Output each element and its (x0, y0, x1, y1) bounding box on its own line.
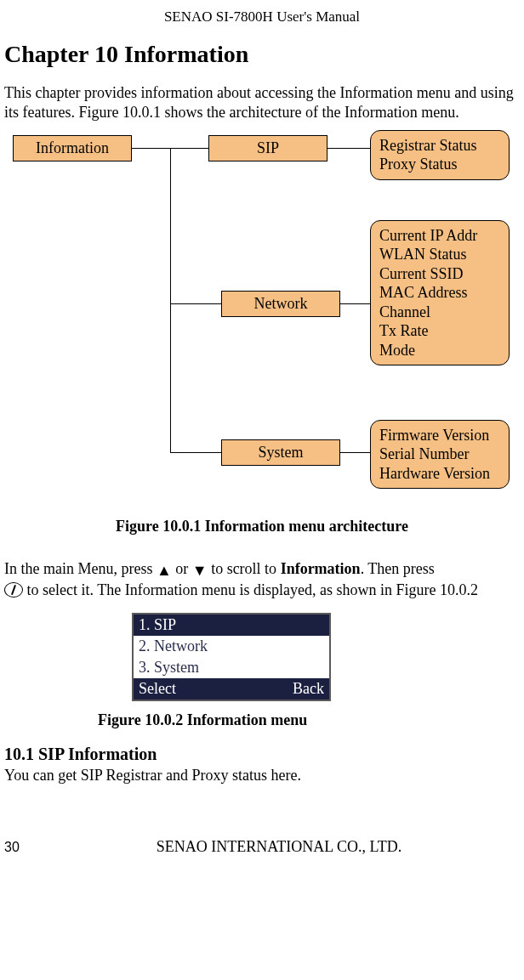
diagram-connector (170, 148, 208, 149)
triangle-up-icon: ▲ (157, 561, 172, 581)
phone-menu-figure: 1. SIP 2. Network 3. System Select Back (4, 613, 520, 701)
triangle-down-icon: ▼ (192, 561, 208, 581)
info-architecture-diagram: Information SIP Registrar Status Proxy S… (4, 135, 515, 492)
softkey-left: Select (139, 680, 176, 698)
figure-caption-2: Figure 10.0.2 Information menu (4, 711, 520, 729)
intro-paragraph: This chapter provides information about … (4, 83, 520, 123)
phone-screen: 1. SIP 2. Network 3. System Select Back (132, 613, 331, 701)
page-number: 30 (4, 840, 38, 855)
diagram-leaf-item: Current SSID (379, 264, 500, 284)
text-fragment: or (172, 560, 192, 577)
phone-menu-item-selected: 1. SIP (134, 615, 329, 636)
diagram-leaf-item: Channel (379, 303, 500, 322)
section-body-10-1: You can get SIP Registrar and Proxy stat… (4, 766, 520, 785)
phone-menu-item: 3. System (134, 657, 329, 678)
diagram-connector (170, 303, 221, 304)
text-bold: Information (281, 560, 361, 577)
chapter-title: Chapter 10 Information (4, 41, 520, 68)
diagram-connector (328, 148, 370, 149)
diagram-connector (170, 148, 171, 452)
text-fragment: . Then press (361, 560, 435, 577)
phone-menu-item: 2. Network (134, 636, 329, 657)
select-key-icon (4, 582, 23, 598)
text-fragment: In the main Menu, press (4, 560, 157, 577)
phone-softkeys: Select Back (134, 678, 329, 700)
diagram-connector (340, 452, 370, 453)
figure-caption-1: Figure 10.0.1 Information menu architect… (4, 518, 520, 535)
diagram-node-network: Network (221, 291, 340, 317)
diagram-leaf-item: Registrar Status (379, 136, 500, 156)
footer-org: SENAO INTERNATIONAL CO., LTD. (38, 838, 520, 856)
diagram-leaf-item: Tx Rate (379, 321, 500, 341)
diagram-leaf-network: Current IP Addr WLAN Status Current SSID… (370, 220, 510, 366)
text-fragment: to select it. The Information menu is di… (23, 581, 478, 598)
diagram-leaf-item: Firmware Version (379, 426, 500, 445)
diagram-leaf-item: Serial Number (379, 445, 500, 464)
diagram-node-sip: SIP (208, 135, 328, 161)
diagram-leaf-item: Mode (379, 341, 500, 360)
diagram-connector (132, 148, 170, 149)
page-footer: 30 SENAO INTERNATIONAL CO., LTD. (4, 838, 520, 856)
diagram-node-system: System (221, 439, 340, 466)
diagram-leaf-item: Proxy Status (379, 155, 500, 174)
page: SENAO SI-7800H User's Manual Chapter 10 … (0, 0, 524, 873)
diagram-node-information: Information (13, 135, 132, 161)
text-fragment: to scroll to (208, 560, 281, 577)
diagram-leaf-system: Firmware Version Serial Number Hardware … (370, 420, 510, 490)
running-head: SENAO SI-7800H User's Manual (4, 8, 520, 25)
diagram-leaf-item: MAC Address (379, 283, 500, 303)
softkey-right: Back (293, 680, 324, 698)
diagram-leaf-item: Hardware Version (379, 464, 500, 484)
section-title-10-1: 10.1 SIP Information (4, 745, 520, 764)
diagram-connector (340, 303, 370, 304)
diagram-connector (170, 452, 221, 453)
diagram-leaf-item: WLAN Status (379, 245, 500, 264)
navigation-paragraph: In the main Menu, press ▲ or ▼ to scroll… (4, 559, 520, 601)
diagram-leaf-sip: Registrar Status Proxy Status (370, 130, 510, 180)
diagram-leaf-item: Current IP Addr (379, 226, 500, 246)
